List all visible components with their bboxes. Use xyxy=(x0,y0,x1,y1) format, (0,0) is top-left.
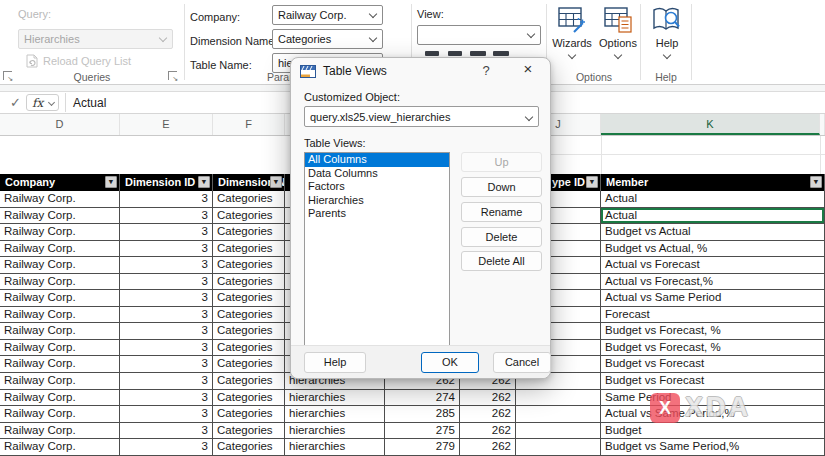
ok-button[interactable]: OK xyxy=(421,352,479,373)
enter-check-icon[interactable]: ✓ xyxy=(10,95,21,110)
list-item[interactable]: Factors xyxy=(305,180,449,194)
dimension-id-cell[interactable]: 3 xyxy=(120,340,213,357)
dialog-help-button[interactable]: ? xyxy=(478,63,494,78)
filter-button[interactable]: ▾ xyxy=(810,176,822,188)
blank-cell[interactable] xyxy=(516,423,601,440)
dimension-id-cell[interactable]: 3 xyxy=(120,356,213,373)
dimension-name-cell[interactable]: Categories xyxy=(213,390,285,407)
dimension-name-cell[interactable]: Categories xyxy=(213,191,285,208)
filter-button[interactable]: ▾ xyxy=(198,176,210,188)
company-header[interactable]: Company ▾ xyxy=(0,174,120,191)
down-button[interactable]: Down xyxy=(461,177,542,197)
list-item[interactable]: Parents xyxy=(305,207,449,221)
id-cell[interactable]: 275 xyxy=(385,423,460,440)
filter-button[interactable]: ▾ xyxy=(105,176,117,188)
type-id-cell[interactable]: 262 xyxy=(460,390,516,407)
member-cell[interactable]: Forecast xyxy=(601,307,825,324)
dimension-name-cell[interactable]: Categories xyxy=(213,257,285,274)
member-cell[interactable]: Budget vs Actual, % xyxy=(601,241,825,258)
member-cell[interactable]: Budget vs Forecast xyxy=(601,356,825,373)
dimension-name-cell[interactable]: Categories xyxy=(213,406,285,423)
column-header-k[interactable]: K xyxy=(601,114,820,135)
member-cell[interactable]: Budget vs Actual xyxy=(601,224,825,241)
wizards-button[interactable]: Wizards xyxy=(546,5,598,58)
company-cell[interactable]: Railway Corp. xyxy=(0,373,120,390)
dimension-name-cell[interactable]: Categories xyxy=(213,307,285,324)
company-cell[interactable]: Railway Corp. xyxy=(0,390,120,407)
dimension-id-header[interactable]: Dimension ID ▾ xyxy=(120,174,213,191)
id-cell[interactable]: 279 xyxy=(385,439,460,456)
company-cell[interactable]: Railway Corp. xyxy=(0,224,120,241)
member-cell[interactable]: Budget vs Forecast xyxy=(601,373,825,390)
delete-all-button[interactable]: Delete All xyxy=(461,251,542,271)
company-cell[interactable]: Railway Corp. xyxy=(0,406,120,423)
dimension-name-cell[interactable]: Categories xyxy=(213,356,285,373)
dimension-name-cell[interactable]: Categories xyxy=(213,274,285,291)
dimension-id-cell[interactable]: 3 xyxy=(120,241,213,258)
dimension-name-cell[interactable]: Categories xyxy=(213,340,285,357)
company-cell[interactable]: Railway Corp. xyxy=(0,191,120,208)
dimension-id-cell[interactable]: 3 xyxy=(120,257,213,274)
dialog-title-bar[interactable]: Table Views xyxy=(291,58,550,84)
dimension-id-cell[interactable]: 3 xyxy=(120,323,213,340)
insert-function-button[interactable]: fx xyxy=(26,94,59,111)
member-header[interactable]: Member ▾ xyxy=(601,174,825,191)
reload-query-list-button[interactable]: Reload Query List xyxy=(26,54,131,68)
member-cell[interactable]: Budget xyxy=(601,423,825,440)
dimension-id-cell[interactable]: 3 xyxy=(120,290,213,307)
type-id-cell[interactable]: 262 xyxy=(460,439,516,456)
dimension-name-cell[interactable]: Categories xyxy=(213,323,285,340)
dimension-name-cell[interactable]: Categories xyxy=(213,423,285,440)
company-cell[interactable]: Railway Corp. xyxy=(0,340,120,357)
options-button[interactable]: Options xyxy=(592,5,644,58)
help-button[interactable]: Help xyxy=(641,5,693,58)
member-cell[interactable]: Actual vs Forecast,% xyxy=(601,274,825,291)
company-dropdown[interactable]: Railway Corp. xyxy=(272,5,383,25)
blank-cell[interactable] xyxy=(516,390,601,407)
list-item[interactable]: Hierarchies xyxy=(305,194,449,208)
dimension-id-cell[interactable]: 3 xyxy=(120,423,213,440)
dimension-id-cell[interactable]: 3 xyxy=(120,373,213,390)
close-icon[interactable]: × xyxy=(518,60,538,77)
dimension-name-cell[interactable]: Categories xyxy=(213,208,285,225)
id-cell[interactable]: 285 xyxy=(385,406,460,423)
company-cell[interactable]: Railway Corp. xyxy=(0,356,120,373)
company-cell[interactable]: Railway Corp. xyxy=(0,439,120,456)
company-cell[interactable]: Railway Corp. xyxy=(0,257,120,274)
up-button[interactable]: Up xyxy=(461,152,542,172)
list-item[interactable]: All Columns xyxy=(305,153,449,167)
column-header-e[interactable]: E xyxy=(120,114,213,135)
type-id-cell[interactable]: 262 xyxy=(460,423,516,440)
member-cell[interactable]: Budget vs Forecast, % xyxy=(601,340,825,357)
member-cell[interactable]: Actual vs Same Period xyxy=(601,290,825,307)
cancel-button[interactable]: Cancel xyxy=(493,352,551,373)
table-name-cell[interactable]: hierarchies xyxy=(285,439,385,456)
column-header-d[interactable]: D xyxy=(0,114,120,135)
table-name-cell[interactable]: hierarchies xyxy=(285,406,385,423)
dimension-id-cell[interactable]: 3 xyxy=(120,274,213,291)
company-cell[interactable]: Railway Corp. xyxy=(0,208,120,225)
filter-button[interactable]: ▾ xyxy=(586,176,598,188)
dimension-id-cell[interactable]: 3 xyxy=(120,307,213,324)
dimension-name-header[interactable]: Dimension N ▾ xyxy=(213,174,285,191)
list-item[interactable]: Data Columns xyxy=(305,167,449,181)
dimension-name-cell[interactable]: Categories xyxy=(213,224,285,241)
blank-cell[interactable] xyxy=(516,439,601,456)
company-cell[interactable]: Railway Corp. xyxy=(0,307,120,324)
customized-object-dropdown[interactable]: query.xls25.view_hierarchies xyxy=(304,106,539,127)
column-header-f[interactable]: F xyxy=(213,114,285,135)
member-cell[interactable]: Actual xyxy=(601,208,825,225)
dimension-id-cell[interactable]: 3 xyxy=(120,406,213,423)
company-cell[interactable]: Railway Corp. xyxy=(0,323,120,340)
column-header-sliver[interactable] xyxy=(820,114,825,135)
company-cell[interactable]: Railway Corp. xyxy=(0,290,120,307)
company-cell[interactable]: Railway Corp. xyxy=(0,241,120,258)
company-cell[interactable]: Railway Corp. xyxy=(0,274,120,291)
formula-bar-value[interactable]: Actual xyxy=(73,96,106,110)
dimension-id-cell[interactable]: 3 xyxy=(120,191,213,208)
filter-button[interactable]: ▾ xyxy=(270,176,282,188)
company-cell[interactable]: Railway Corp. xyxy=(0,423,120,440)
queries-dialog-launcher-icon[interactable]: ↘ xyxy=(168,71,177,80)
member-cell[interactable]: Budget vs Forecast, % xyxy=(601,323,825,340)
table-name-cell[interactable]: hierarchies xyxy=(285,390,385,407)
